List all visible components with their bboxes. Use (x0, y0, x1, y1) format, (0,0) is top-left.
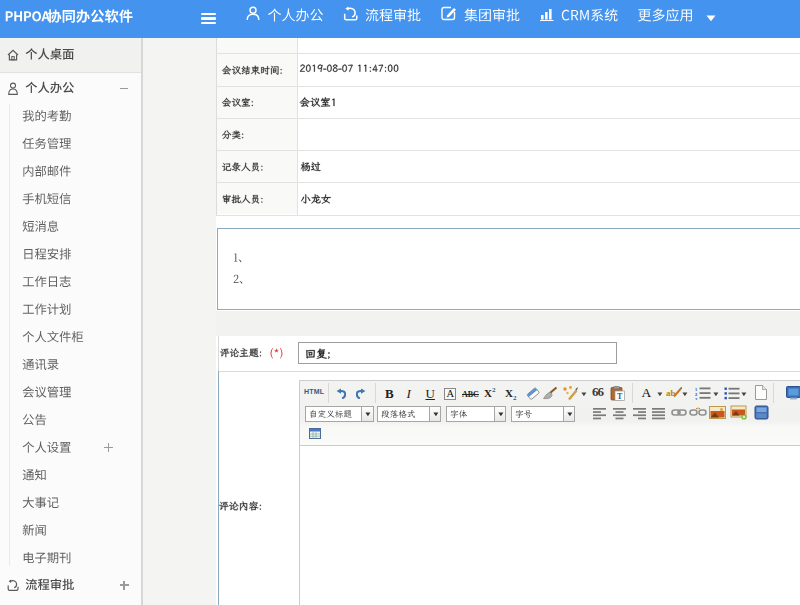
svg-text:T: T (617, 392, 623, 401)
svg-text:3: 3 (695, 397, 698, 401)
